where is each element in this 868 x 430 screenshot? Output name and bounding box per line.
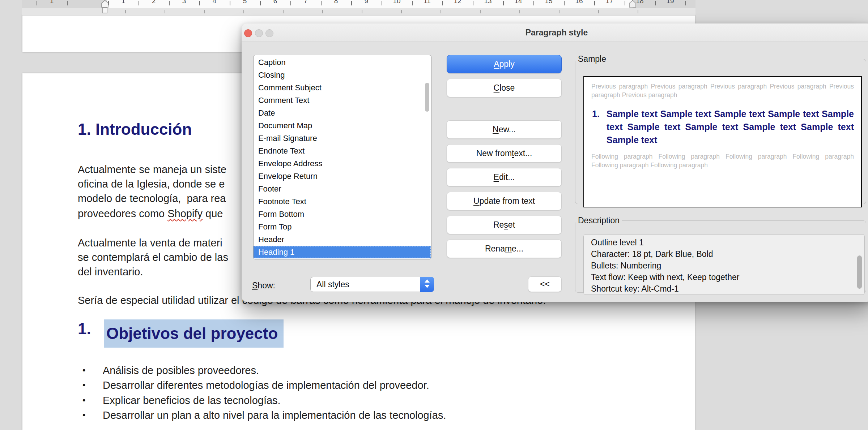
ruler-tick — [533, 1, 534, 5]
description-line: Bullets: Numbering — [591, 260, 864, 271]
ruler-number: 2 — [152, 0, 156, 5]
ruler-number: 1 — [122, 0, 125, 5]
apply-button[interactable]: Apply — [447, 55, 562, 73]
dropdown-stepper-icon[interactable] — [420, 277, 434, 292]
style-list-item[interactable]: Envelope Address — [254, 157, 431, 170]
style-list-item[interactable]: Caption — [254, 56, 431, 69]
ruler-number: 16 — [575, 0, 583, 5]
ruler-strip-tick — [243, 10, 244, 13]
ruler-number: 5 — [243, 0, 247, 5]
ruler-strip-tick — [519, 10, 520, 13]
style-list-item[interactable]: Comment Text — [254, 94, 431, 107]
ruler-tick — [351, 1, 352, 5]
close-button[interactable]: Close — [447, 79, 562, 97]
zoom-window-button — [265, 29, 273, 37]
style-list-item[interactable]: Footnote Text — [254, 195, 431, 208]
sample-following-paragraph: Following paragraph Following paragraph … — [591, 152, 854, 169]
style-list-item[interactable]: Heading 1 — [254, 246, 431, 258]
ruler-tick — [503, 1, 504, 5]
bullet-text: Análisis de posibles proveedores. — [103, 364, 259, 377]
ruler-tick — [564, 1, 565, 5]
style-list-item[interactable]: Date — [254, 107, 431, 119]
ruler-tick — [199, 1, 200, 5]
ruler-strip-tick — [638, 10, 638, 13]
ruler-number: 15 — [545, 0, 552, 5]
bullet-icon: • — [82, 408, 103, 422]
ruler-number: 9 — [365, 0, 369, 5]
style-list-item[interactable]: Closing — [254, 69, 431, 81]
style-list-item[interactable]: Endnote Text — [254, 145, 431, 157]
style-list-item[interactable]: Comment Subject — [254, 81, 431, 94]
bullet-item: •Explicar beneficios de las tecnologías. — [82, 394, 281, 407]
rename-button[interactable]: Rename... — [447, 240, 562, 258]
ruler-margin-number: 1 — [50, 0, 54, 5]
paragraph-style-dialog: Paragraph style CaptionClosingComment Su… — [242, 23, 868, 302]
ruler-tick — [230, 1, 230, 5]
ruler-tick — [260, 1, 261, 5]
update-from-text-button[interactable]: Update from text — [447, 192, 562, 210]
doc-text-line: modelo de tecnología, para rea — [78, 192, 226, 205]
sample-heading-text: Sample text Sample text Sample text Samp… — [607, 109, 854, 145]
ruler-number: 3 — [182, 0, 186, 5]
sample-group-legend: Sample — [575, 54, 609, 64]
ruler-tick — [442, 1, 443, 5]
description-line: Outline level 1 — [591, 237, 864, 248]
bullet-text: Desarrollar diferentes metodologías de i… — [103, 378, 429, 392]
bullet-item: •Desarrollar un plan a alto nivel para l… — [82, 408, 446, 422]
description-scrollbar-thumb[interactable] — [857, 255, 862, 289]
dialog-titlebar[interactable]: Paragraph style — [242, 23, 868, 42]
ruler-number: 17 — [605, 0, 613, 5]
ruler-number: 19 — [666, 0, 674, 5]
text-selection-highlight: Objetivos del proyecto — [104, 319, 284, 348]
new-button[interactable]: New... — [447, 120, 562, 139]
style-list-scrollbar-thumb[interactable] — [425, 83, 429, 112]
ruler-strip-tick — [559, 10, 559, 13]
doc-heading-objetivos-number: 1. — [78, 320, 95, 338]
edit-button[interactable]: Edit... — [447, 168, 562, 186]
ruler-number: 7 — [304, 0, 308, 5]
collapse-dialog-button[interactable]: << — [528, 276, 562, 292]
ruler-number: 11 — [424, 0, 431, 5]
style-list-item[interactable]: E-mail Signature — [254, 132, 431, 145]
close-window-button[interactable] — [244, 29, 252, 37]
bullet-item: •Análisis de posibles proveedores. — [82, 364, 259, 377]
horizontal-ruler[interactable]: 1 12345678910111213141516171819 — [22, 0, 695, 8]
first-line-indent-marker[interactable] — [101, 0, 110, 14]
doc-heading-introduccion: 1. Introducción — [78, 120, 192, 138]
style-list-item[interactable]: Document Map — [254, 119, 431, 132]
ruler-number: 4 — [213, 0, 217, 5]
ruler-strip-tick — [441, 10, 441, 13]
style-list-item[interactable]: Footer — [254, 182, 431, 195]
style-list-item[interactable]: Form Top — [254, 220, 431, 233]
ruler-strip-tick — [401, 10, 402, 13]
ruler-tick — [169, 1, 170, 5]
new-from-text-button[interactable]: New from text... — [447, 144, 562, 163]
ruler-tick — [67, 1, 68, 5]
ruler-tick — [382, 1, 382, 5]
show-styles-dropdown[interactable]: All styles — [310, 277, 434, 292]
ruler-number: 10 — [393, 0, 400, 5]
ruler-number: 6 — [273, 0, 277, 5]
reset-button[interactable]: Reset — [447, 216, 562, 234]
ruler-tick — [473, 1, 473, 5]
style-list-item[interactable]: Header — [254, 233, 431, 246]
ruler-strip-tick — [480, 10, 481, 13]
doc-text: proveedores como — [78, 208, 167, 219]
bullet-item: •Desarrollar diferentes metodologías de … — [82, 378, 429, 392]
ruler-number: 8 — [334, 0, 338, 5]
chevron-up-icon — [425, 279, 430, 283]
misspelled-word: Shopify — [167, 208, 203, 219]
ruler-number: 13 — [484, 0, 492, 5]
style-list-item[interactable]: Form Bottom — [254, 208, 431, 220]
ruler-tick — [321, 1, 322, 5]
right-indent-marker[interactable] — [628, 0, 637, 8]
ruler-tick — [37, 1, 37, 5]
ruler-tick — [594, 1, 595, 5]
sample-preview: Previous paragraph Previous paragraph Pr… — [583, 76, 862, 207]
style-list-item[interactable]: Envelope Return — [254, 170, 431, 182]
ruler-tick-strip — [22, 8, 695, 16]
minimize-window-button — [255, 29, 263, 37]
ruler-tick — [290, 1, 291, 5]
description-group: Description Outline level 1Character: 18… — [575, 216, 866, 293]
style-list[interactable]: CaptionClosingComment SubjectComment Tex… — [253, 55, 431, 259]
